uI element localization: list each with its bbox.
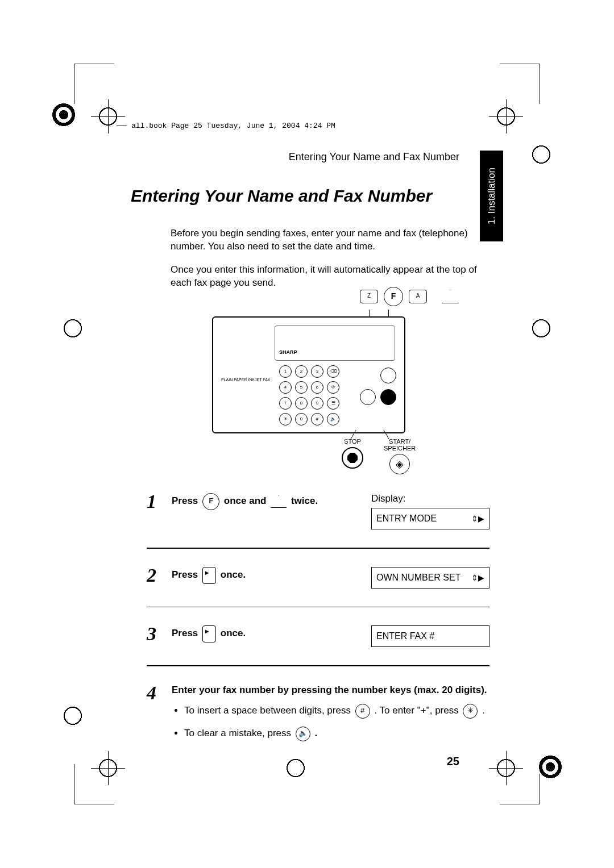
updown-right-arrow-icon: ⇕▶ <box>471 515 484 523</box>
framemaker-header: all.book Page 25 Tuesday, June 1, 2004 4… <box>117 111 460 141</box>
registration-mark-icon <box>61 704 84 727</box>
display-readout: ENTRY MODE ⇕▶ <box>371 508 489 529</box>
crosshair-icon <box>489 99 523 133</box>
model-label: PLAIN PAPER INKJET FAX <box>221 378 271 382</box>
a-key-icon: A <box>409 290 427 303</box>
speaker-key-icon: 🔈 <box>296 727 310 741</box>
function-key-icon: F <box>384 287 403 306</box>
copy-key-icon <box>380 368 396 383</box>
crop-mark <box>500 64 540 104</box>
right-nav-key-icon <box>202 567 216 584</box>
step-2: 2 Press once. OWN NUMBER SET ⇕▶ <box>147 564 489 592</box>
updown-right-arrow-icon: ⇕▶ <box>471 574 484 582</box>
function-key-icon: F <box>202 493 219 510</box>
start-button-icon: ◈ <box>389 454 410 474</box>
page-title: Entering Your Name and Fax Number <box>131 186 432 206</box>
display-label: Display: <box>371 493 489 504</box>
triangle-key-icon <box>442 290 459 303</box>
right-nav-key-icon <box>202 625 216 642</box>
crop-mark <box>74 64 114 104</box>
step-4-bullet: To insert a space between digits, press … <box>184 704 489 719</box>
instruction-steps: 1 Press F once and twice. Display: ENTRY… <box>147 490 489 753</box>
display-readout: OWN NUMBER SET ⇕▶ <box>371 567 489 589</box>
step-4: 4 Enter your fax number by pressing the … <box>147 681 489 753</box>
registration-mark-icon <box>530 143 553 166</box>
step-3: 3 Press once. ENTER FAX # <box>147 622 489 650</box>
start-key-icon <box>380 389 396 405</box>
display-readout: ENTER FAX # <box>371 625 489 647</box>
registration-mark-icon <box>530 317 553 340</box>
lcd-screen <box>275 326 395 361</box>
registration-mark-icon <box>534 751 566 783</box>
fax-machine-illustration: Z F A SHARP PLAIN PAPER INKJET FAX 123⌫ … <box>212 291 434 445</box>
stop-label: STOP <box>344 438 361 445</box>
hash-key-icon: # <box>355 704 370 719</box>
start-label: START/ SPEICHER <box>384 438 416 452</box>
star-key-icon: ✳ <box>463 704 478 719</box>
crosshair-icon <box>91 751 125 785</box>
registration-mark-icon <box>61 317 84 340</box>
crosshair-icon <box>489 751 523 785</box>
numeric-keypad: 123⌫ 456⟳ 789☰ ✳0#🔈 <box>279 365 339 425</box>
stop-key-icon <box>360 389 376 405</box>
registration-mark-icon <box>48 99 80 131</box>
page-number: 25 <box>447 755 459 768</box>
running-head: Entering Your Name and Fax Number <box>289 151 459 163</box>
stop-button-icon <box>342 447 363 469</box>
step-1: 1 Press F once and twice. Display: ENTRY… <box>147 490 489 533</box>
z-key-icon: Z <box>360 290 378 303</box>
registration-mark-icon <box>284 757 307 779</box>
step-4-bullet: To clear a mistake, press 🔈 . <box>184 727 489 741</box>
triangle-key-icon <box>271 495 287 508</box>
